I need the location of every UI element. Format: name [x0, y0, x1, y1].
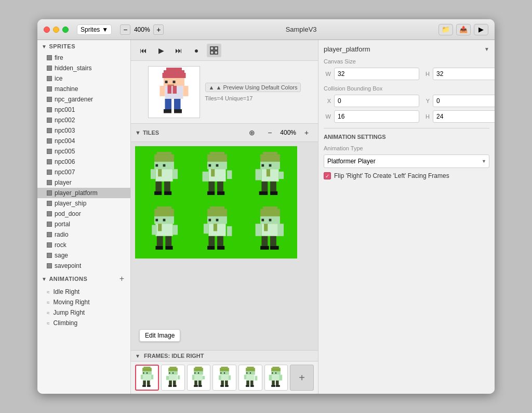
close-button[interactable]	[44, 27, 50, 33]
sidebar-item-radio[interactable]: radio	[37, 229, 130, 240]
animations-section-header[interactable]: ▼ ANIMATIONS +	[37, 271, 130, 287]
canvas-width-input[interactable]	[334, 68, 419, 80]
svg-rect-80	[227, 226, 231, 236]
main-window: Sprites ▼ − 400% + SampleV3 📁 📤 ▶ ▼ SPRI…	[37, 19, 495, 394]
collision-height-input[interactable]	[433, 110, 495, 123]
frame-item-3[interactable]	[212, 365, 236, 391]
frame-item-2[interactable]	[187, 365, 211, 391]
sidebar-item-fire[interactable]: fire	[37, 53, 130, 63]
sidebar-item-rock[interactable]: rock	[37, 240, 130, 250]
sidebar-item-npc006[interactable]: npc006	[37, 157, 130, 167]
canvas-size-label: Canvas Size	[324, 58, 489, 64]
collision-xy-row: X Y	[324, 95, 489, 107]
sidebar-anim-moving-right[interactable]: ≈ Moving Right	[37, 297, 130, 307]
sidebar-item-npc004[interactable]: npc004	[37, 136, 130, 146]
tiles-canvas-container[interactable]: Edit Image	[131, 142, 318, 350]
tile-cell[interactable]	[190, 203, 244, 256]
svg-rect-137	[220, 372, 221, 373]
rewind-button[interactable]: ⏮	[136, 44, 151, 57]
grid-view-button[interactable]	[207, 44, 221, 57]
svg-rect-101	[143, 372, 144, 373]
preview-sprite	[153, 68, 195, 117]
tiles-controls: ⊕ − 400% +	[245, 126, 314, 139]
collision-x-input[interactable]	[334, 95, 419, 107]
animation-icon: ≈	[47, 310, 50, 316]
tile-cell[interactable]	[137, 203, 191, 256]
sidebar-anim-idle-right[interactable]: ≈ Idle Right	[37, 287, 130, 297]
svg-rect-33	[209, 152, 224, 154]
zoom-in-button[interactable]: +	[153, 24, 164, 35]
sidebar-item-npc007[interactable]: npc007	[37, 167, 130, 177]
collision-y-input[interactable]	[433, 95, 495, 107]
zoom-out-tiles-button[interactable]: −	[262, 126, 277, 139]
tiles-header: ▼ TILES ⊕ − 400% +	[131, 124, 318, 142]
svg-rect-34	[207, 154, 227, 161]
animation-type-select[interactable]: Platformer Player Top Down Custom	[324, 154, 489, 168]
sidebar-item-npc003[interactable]: npc003	[37, 125, 130, 136]
add-frame-button[interactable]: +	[290, 365, 314, 391]
collision-width-input[interactable]	[334, 110, 419, 123]
tile-cell[interactable]	[243, 203, 297, 256]
svg-rect-10	[167, 84, 174, 86]
add-animation-button[interactable]: +	[117, 274, 126, 283]
frame-item-5[interactable]	[264, 365, 288, 391]
frame-item-1[interactable]	[161, 365, 185, 391]
sidebar-item-player_ship[interactable]: player_ship	[37, 198, 130, 209]
sidebar-item-npc_gardener[interactable]: npc_gardener	[37, 94, 130, 105]
sidebar-item-ice[interactable]: ice	[37, 73, 130, 84]
sidebar-item-player[interactable]: player	[37, 177, 130, 188]
preview-stats: Tiles=4 Unique=17	[205, 95, 253, 101]
x-label: X	[324, 98, 331, 104]
sidebar-item-pod_door[interactable]: pod_door	[37, 209, 130, 219]
record-button[interactable]: ●	[189, 44, 204, 57]
preview-default-colors-button[interactable]: ▲ ▲ Preview Using Default Colors	[205, 83, 301, 92]
edit-image-button[interactable]: Edit Image	[139, 329, 180, 342]
sidebar-item-npc001[interactable]: npc001	[37, 105, 130, 115]
tile-cell[interactable]	[243, 148, 297, 202]
tile-cell[interactable]	[137, 148, 191, 202]
sidebar-item-portal[interactable]: portal	[37, 219, 130, 229]
add-tile-button[interactable]: ⊕	[245, 126, 259, 139]
sidebar-item-hidden_stairs[interactable]: hidden_stairs	[37, 63, 130, 73]
sidebar-anim-climbing[interactable]: ≈ Climbing	[37, 318, 130, 328]
sprites-dropdown-label: Sprites	[81, 26, 100, 33]
frames-section-label: ▼ FRAMES: IDLE RIGHT	[135, 353, 204, 359]
svg-rect-163	[272, 375, 280, 380]
sidebar-item-sage[interactable]: sage	[37, 250, 130, 261]
maximize-button[interactable]	[62, 27, 69, 33]
svg-rect-111	[168, 368, 178, 371]
svg-rect-118	[169, 381, 172, 385]
sidebar-item-npc002[interactable]: npc002	[37, 115, 130, 125]
right-panel: player_platform ▼ Canvas Size W H Collis…	[318, 40, 495, 394]
sidebar-anim-jump-right[interactable]: ≈ Jump Right	[37, 307, 130, 318]
minimize-button[interactable]	[53, 27, 59, 33]
sprite-icon	[47, 242, 52, 248]
canvas-height-input[interactable]	[433, 68, 495, 80]
export-icon[interactable]: 📤	[456, 24, 471, 35]
zoom-in-tiles-button[interactable]: +	[299, 126, 314, 139]
svg-rect-39	[211, 169, 215, 176]
sidebar-item-machine[interactable]: machine	[37, 84, 130, 94]
tile-cell[interactable]	[190, 148, 244, 202]
frame-item-4[interactable]	[238, 365, 262, 391]
flip-checkbox[interactable]	[324, 172, 331, 179]
fast-forward-button[interactable]: ⏭	[171, 44, 186, 57]
svg-rect-143	[225, 381, 228, 385]
sidebar-item-npc005[interactable]: npc005	[37, 146, 130, 157]
sidebar-item-savepoint[interactable]: savepoint	[37, 261, 130, 271]
svg-rect-59	[156, 206, 171, 209]
play-button[interactable]: ▶	[154, 44, 168, 57]
frame-item-0[interactable]	[135, 365, 159, 391]
zoom-out-button[interactable]: −	[120, 24, 130, 35]
zoom-controls: − 400% +	[120, 24, 164, 35]
svg-rect-81	[208, 236, 215, 246]
play-icon[interactable]: ▶	[474, 24, 488, 35]
folder-icon[interactable]: 📁	[438, 24, 453, 35]
sprite-icon	[47, 222, 52, 227]
animation-toolbar: ⏮ ▶ ⏭ ●	[131, 40, 318, 61]
sprites-dropdown[interactable]: Sprites ▼	[77, 24, 112, 35]
sidebar-item-player_platform[interactable]: player_platform	[37, 188, 130, 198]
sprite-icon	[47, 128, 52, 133]
svg-rect-53	[255, 169, 261, 180]
sprites-section-header[interactable]: ▼ SPRITES	[37, 40, 130, 53]
